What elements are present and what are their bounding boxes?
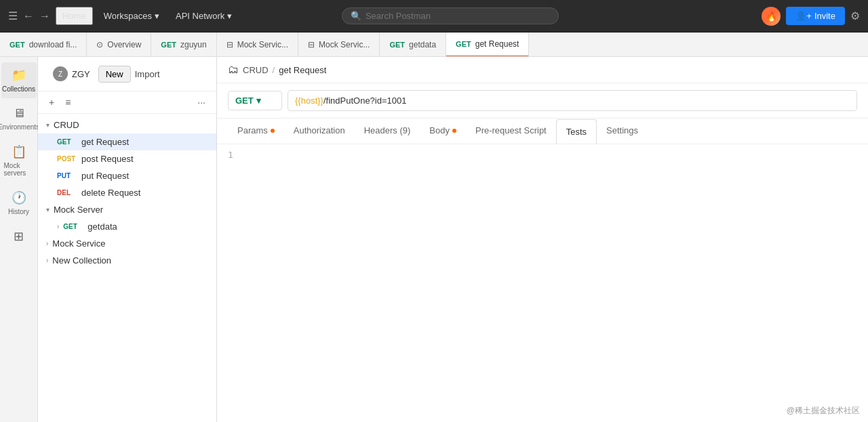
sidebar-icon-rail: 📁 Collections 🖥 Environments 📋 Mock serv…: [0, 57, 38, 422]
tab-label: Body: [429, 125, 450, 135]
sidebar-item-collections[interactable]: 📁 Collections: [1, 62, 37, 98]
sidebar-item-apps[interactable]: ⊞: [1, 224, 37, 249]
workspaces-button[interactable]: Workspaces ▾: [98, 8, 165, 24]
editor-area[interactable]: 1: [217, 144, 868, 422]
tab-mock-service-2[interactable]: ⊟ Mock Servic...: [298, 33, 380, 57]
collection-icon: 🗂: [228, 64, 239, 76]
tab-mock-service-1[interactable]: ⊟ Mock Servic...: [217, 33, 298, 57]
url-input[interactable]: {{host}}/findPutOne?id=1001: [288, 90, 857, 111]
tree-item-delete-request[interactable]: DEL delete Request: [38, 184, 216, 201]
environments-icon: 🖥: [13, 106, 25, 121]
tab-get-request[interactable]: GET get Request: [446, 33, 529, 57]
tab-body[interactable]: Body: [420, 119, 466, 144]
line-numbers: 1: [228, 150, 233, 417]
tab-label: Settings: [606, 125, 638, 135]
collections-icon: 📁: [12, 68, 26, 83]
method-label: GET: [63, 223, 83, 230]
mock-servers-icon: 📋: [12, 144, 26, 159]
tab-settings[interactable]: Settings: [597, 119, 648, 144]
tree-collection-mock-service[interactable]: › Mock Service: [38, 235, 216, 252]
editor-content[interactable]: [241, 150, 857, 417]
postman-logo: 🔥: [762, 7, 781, 26]
tab-method-label: GET: [389, 41, 405, 49]
tab-method-label: GET: [456, 40, 471, 48]
sidebar-item-mock-servers[interactable]: 📋 Mock servers: [1, 139, 37, 182]
tree-collection-crud[interactable]: ▾ CRUD: [38, 117, 216, 133]
request-area: 🗂 CRUD / get Request GET ▾ {{host}}/find…: [217, 57, 868, 422]
user-row: Z ZGY New Import: [38, 57, 216, 91]
tab-label: Overview: [107, 40, 141, 49]
hamburger-icon[interactable]: ☰: [8, 9, 18, 22]
method-label: DEL: [57, 189, 77, 196]
chevron-down-icon: ▾: [46, 121, 50, 129]
chevron-right-icon: ›: [46, 240, 48, 247]
tab-pre-request[interactable]: Pre-request Script: [466, 119, 556, 144]
breadcrumb-collection: CRUD: [243, 65, 269, 75]
breadcrumb: 🗂 CRUD / get Request: [217, 57, 868, 83]
tab-getdata[interactable]: GET getdata: [380, 33, 446, 57]
tree-collection-mock-server[interactable]: ▾ Mock Server: [38, 201, 216, 218]
sidebar-item-environments[interactable]: 🖥 Environments: [1, 101, 37, 136]
tree-item-label: post Request: [81, 154, 134, 164]
tab-label: zguyun: [180, 40, 207, 49]
method-label: GET: [57, 138, 77, 146]
tab-params[interactable]: Params: [228, 119, 284, 144]
search-bar[interactable]: 🔍: [342, 7, 559, 24]
avatar: Z: [53, 66, 68, 81]
sidebar-item-history[interactable]: 🕐 History: [1, 185, 37, 221]
add-collection-button[interactable]: +: [46, 96, 57, 109]
method-selector[interactable]: GET ▾: [228, 91, 282, 110]
tree-item-label: put Request: [81, 171, 129, 181]
settings-icon[interactable]: ⚙: [850, 9, 860, 22]
search-input[interactable]: [366, 11, 550, 21]
tab-overview[interactable]: ⊙ Overview: [87, 33, 151, 57]
apps-icon: ⊞: [14, 229, 24, 244]
more-options-button[interactable]: ···: [195, 96, 208, 109]
tab-label: get Request: [475, 39, 519, 49]
tree-collection-new[interactable]: › New Collection: [38, 252, 216, 269]
tab-label: Authorization: [294, 125, 345, 135]
main-layout: 📁 Collections 🖥 Environments 📋 Mock serv…: [0, 57, 868, 422]
tree-item-put-request[interactable]: PUT put Request: [38, 167, 216, 184]
invite-button[interactable]: 👤+ Invite: [786, 7, 845, 25]
topbar-right: 🔥 👤+ Invite ⚙: [762, 7, 860, 26]
tab-method-label: GET: [9, 41, 25, 49]
topbar: ☰ ← → Home Workspaces ▾ API Network ▾ 🔍 …: [0, 0, 868, 33]
tab-tests[interactable]: Tests: [556, 119, 597, 144]
tree-item-post-request[interactable]: POST post Request: [38, 150, 216, 167]
tree-item-get-request[interactable]: GET get Request: [38, 133, 216, 150]
tree-item-label: delete Request: [81, 188, 140, 198]
tab-authorization[interactable]: Authorization: [284, 119, 355, 144]
tab-download[interactable]: GET download fi...: [0, 33, 87, 57]
forward-icon[interactable]: →: [39, 10, 50, 22]
tree-item-getdata[interactable]: › GET getdata: [38, 218, 216, 235]
back-icon[interactable]: ←: [23, 10, 34, 22]
tree-item-label: CRUD: [54, 120, 79, 130]
home-button[interactable]: Home: [56, 7, 93, 25]
tab-label: Params: [237, 125, 268, 135]
tab-bar: GET download fi... ⊙ Overview GET zguyun…: [0, 33, 868, 57]
tree-item-label: get Request: [81, 137, 129, 147]
api-network-button[interactable]: API Network ▾: [170, 8, 237, 24]
method-label: PUT: [57, 172, 77, 180]
tab-zguyun[interactable]: GET zguyun: [151, 33, 216, 57]
collections-panel: Z ZGY New Import + ≡ ··· ▾ CRUD GET get …: [38, 57, 217, 422]
invite-icon: 👤+: [795, 11, 812, 21]
import-button[interactable]: Import: [131, 66, 164, 82]
watermark: @稀土掘金技术社区: [787, 405, 860, 417]
tab-method-label: GET: [161, 41, 176, 49]
sort-button[interactable]: ≡: [62, 96, 73, 109]
tree-item-label: Mock Service: [52, 238, 105, 249]
tab-headers[interactable]: Headers (9): [355, 119, 420, 144]
tree-item-label: New Collection: [52, 255, 111, 266]
tab-label: getdata: [409, 40, 436, 49]
user-button[interactable]: Z ZGY: [45, 62, 98, 85]
new-button[interactable]: New: [98, 66, 131, 83]
search-icon: 🔍: [351, 11, 361, 21]
chevron-down-icon: ▾: [227, 11, 232, 21]
chevron-right-icon: ›: [46, 257, 48, 264]
mock-icon: ⊟: [308, 40, 315, 49]
line-number: 1: [228, 150, 233, 160]
tab-label: Mock Servic...: [319, 40, 370, 49]
url-host-var: {{host}}: [295, 96, 323, 106]
